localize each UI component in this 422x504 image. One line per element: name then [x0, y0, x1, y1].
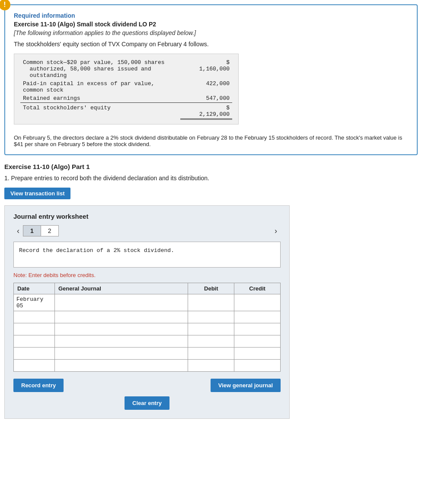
debit-input-6[interactable]: [188, 360, 234, 371]
debit-cell-6[interactable]: [188, 360, 234, 372]
debit-input-4[interactable]: [188, 335, 234, 347]
table-row: [14, 335, 281, 348]
table-row: [14, 360, 281, 372]
general-journal-cell-3[interactable]: [54, 323, 188, 335]
general-journal-header: General Journal: [54, 283, 188, 294]
credit-input-2[interactable]: [234, 311, 280, 323]
date-header: Date: [14, 283, 55, 294]
debit-cell-1[interactable]: [188, 294, 234, 311]
buttons-top-row: Record entry View general journal: [13, 379, 281, 392]
date-cell-1: February05: [14, 294, 55, 311]
credit-cell-1[interactable]: [234, 294, 281, 311]
table-row: February05: [14, 294, 281, 311]
note-text: Note: Enter debits before credits.: [13, 272, 281, 278]
general-journal-cell-4[interactable]: [54, 335, 188, 348]
credit-cell-4[interactable]: [234, 335, 281, 348]
credit-cell-5[interactable]: [234, 348, 281, 360]
general-journal-input-6[interactable]: [55, 360, 188, 371]
view-general-journal-button[interactable]: View general journal: [211, 379, 281, 392]
worksheet-title: Journal entry worksheet: [13, 213, 281, 220]
date-cell-4: [14, 335, 55, 348]
debit-cell-2[interactable]: [188, 311, 234, 323]
required-info-label: Required information: [14, 12, 408, 19]
declaration-note-text: Record the declaration of a 2% stock div…: [19, 247, 174, 254]
general-journal-input-1[interactable]: [55, 294, 188, 311]
prev-arrow-button[interactable]: ‹: [13, 226, 23, 236]
general-journal-cell-2[interactable]: [54, 311, 188, 323]
debit-cell-5[interactable]: [188, 348, 234, 360]
credit-input-6[interactable]: [234, 360, 280, 371]
debit-input-1[interactable]: [188, 294, 234, 311]
debit-header: Debit: [188, 283, 234, 294]
page-tabs: 1 2: [23, 225, 59, 236]
general-journal-input-4[interactable]: [55, 335, 188, 347]
date-cell-3: [14, 323, 55, 335]
record-entry-button[interactable]: Record entry: [13, 379, 64, 392]
table-row: [14, 311, 281, 323]
general-journal-input-2[interactable]: [55, 311, 188, 323]
date-cell-6: [14, 360, 55, 372]
credit-input-4[interactable]: [234, 335, 280, 347]
nav-row: ‹ 1 2 ›: [13, 225, 281, 236]
debit-cell-3[interactable]: [188, 323, 234, 335]
general-journal-cell-6[interactable]: [54, 360, 188, 372]
buttons-bottom-row: Clear entry: [13, 396, 281, 410]
tab-2[interactable]: 2: [41, 226, 58, 236]
debit-cell-4[interactable]: [188, 335, 234, 348]
credit-cell-3[interactable]: [234, 323, 281, 335]
declaration-note-box: Record the declaration of a 2% stock div…: [13, 242, 281, 268]
date-cell-5: [14, 348, 55, 360]
footer-note: On February 5, the directors declare a 2…: [14, 134, 408, 147]
debit-input-5[interactable]: [188, 348, 234, 359]
credit-input-1[interactable]: [234, 294, 280, 311]
info-box: ! Required information Exercise 11-10 (A…: [4, 4, 418, 155]
tab-1[interactable]: 1: [23, 226, 41, 236]
general-journal-cell-1[interactable]: [54, 294, 188, 311]
table-row: [14, 348, 281, 360]
general-journal-cell-5[interactable]: [54, 348, 188, 360]
credit-header: Credit: [234, 283, 281, 294]
general-journal-input-5[interactable]: [55, 348, 188, 359]
bottom-buttons-area: Record entry View general journal Clear …: [13, 379, 281, 410]
credit-input-3[interactable]: [234, 323, 280, 335]
journal-entry-worksheet: Journal entry worksheet ‹ 1 2 › Record t…: [4, 205, 290, 419]
clear-entry-button[interactable]: Clear entry: [125, 396, 169, 410]
prepare-text: 1. Prepare entries to record both the di…: [4, 175, 418, 182]
italic-note: [The following information applies to th…: [14, 29, 408, 36]
next-arrow-button[interactable]: ›: [271, 226, 281, 236]
journal-table: Date General Journal Debit Credit Februa…: [13, 283, 281, 372]
debit-input-3[interactable]: [188, 323, 234, 335]
table-row: [14, 323, 281, 335]
credit-input-5[interactable]: [234, 348, 280, 359]
credit-cell-2[interactable]: [234, 311, 281, 323]
description-text: The stockholders' equity section of TVX …: [14, 41, 408, 48]
exclamation-icon: !: [0, 0, 10, 10]
view-transaction-list-button[interactable]: View transaction list: [4, 188, 70, 199]
general-journal-input-3[interactable]: [55, 323, 188, 335]
date-cell-2: [14, 311, 55, 323]
financial-table: Common stock—$20 par value, 150,000 shar…: [14, 54, 239, 124]
credit-cell-6[interactable]: [234, 360, 281, 372]
exercise-title: Exercise 11-10 (Algo) Small stock divide…: [14, 21, 408, 28]
debit-input-2[interactable]: [188, 311, 234, 323]
part-heading: Exercise 11-10 (Algo) Part 1: [4, 163, 418, 170]
